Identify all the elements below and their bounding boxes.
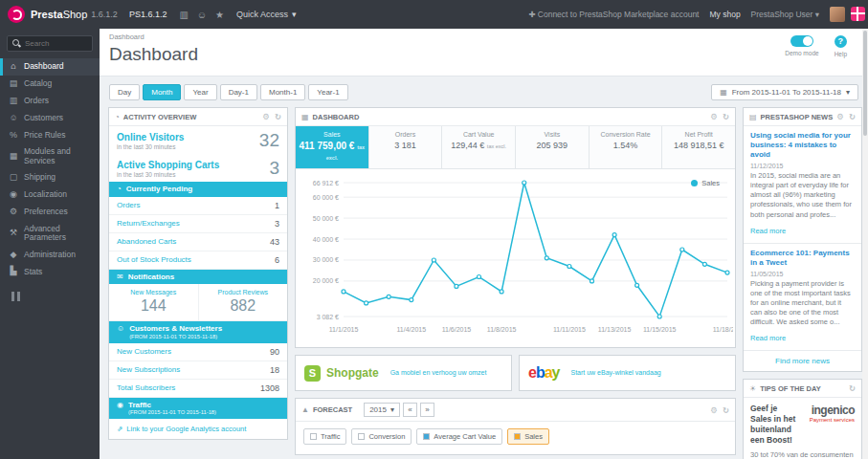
article-title[interactable]: Using social media for your business: 4 … — [750, 131, 855, 160]
brand-name[interactable]: PrestaShop — [31, 9, 87, 20]
sidebar-item-dashboard[interactable]: ⌂Dashboard — [0, 58, 100, 76]
panel-settings-icon[interactable]: ⚙ — [710, 112, 718, 121]
my-shop-link[interactable]: My shop — [709, 10, 740, 19]
forecast-metric-sales[interactable]: Sales — [507, 428, 549, 445]
svg-text:11/8/2015: 11/8/2015 — [487, 326, 517, 333]
kpi-cart-value[interactable]: Cart Value 129,44 € tax excl. — [442, 126, 516, 168]
quick-access-menu[interactable]: Quick Access ▾ — [236, 10, 297, 19]
year-select[interactable]: 2015▾ — [364, 403, 400, 417]
kpi-orders[interactable]: Orders 3 181 — [369, 126, 443, 168]
new-customers-row[interactable]: New Customers90 — [109, 343, 287, 361]
online-visitors-row[interactable]: Online Visitors in the last 30 minutes 3… — [109, 126, 287, 154]
new-messages-cell[interactable]: New Messages 144 — [109, 284, 198, 320]
avatar[interactable] — [830, 7, 845, 22]
pending-orders-row[interactable]: Orders1 — [109, 197, 287, 215]
marketplace-link[interactable]: ✚ Connect to PrestaShop Marketplace acco… — [528, 10, 699, 19]
row-label: New Customers — [117, 347, 171, 356]
metric-label: Traffic — [321, 432, 340, 441]
trophy-icon[interactable]: ★ — [215, 10, 224, 20]
panel-refresh-icon[interactable]: ↻ — [723, 405, 729, 415]
tab-year[interactable]: Year — [184, 84, 216, 100]
pending-returns-row[interactable]: Return/Exchanges3 — [109, 215, 287, 233]
search-input[interactable] — [25, 39, 87, 48]
panel-refresh-icon[interactable]: ↻ — [723, 112, 729, 121]
traffic-header: ◉ Traffic (FROM 2015-11-01 TO 2015-11-18… — [109, 398, 287, 420]
read-more-link[interactable]: Read more — [750, 227, 786, 235]
metric-colorbox — [358, 433, 365, 440]
ebay-promo-link[interactable]: Start uw eBay-winkel vandaag — [571, 369, 661, 377]
tab-month[interactable]: Month — [143, 84, 181, 100]
next-year-button[interactable]: » — [420, 403, 434, 417]
google-analytics-link[interactable]: ⇗ Link to your Google Analytics account — [109, 419, 287, 439]
module-promos: S Shopgate Ga mobiel en verhoog uw omzet… — [295, 355, 736, 391]
active-carts-row[interactable]: Active Shopping Carts in the last 30 min… — [109, 154, 287, 182]
panel-settings-icon[interactable]: ⚙ — [710, 405, 718, 415]
tab-month-1[interactable]: Month-1 — [260, 84, 305, 100]
sidebar-item-price-rules[interactable]: %Price Rules — [0, 127, 100, 144]
metric-label: Conversion — [368, 432, 405, 441]
panel-refresh-icon[interactable]: ↻ — [849, 383, 856, 393]
cell-label: New Messages — [111, 289, 196, 295]
product-reviews-cell[interactable]: Product Reviews 882 — [198, 284, 288, 320]
scrollbar-thumb[interactable] — [863, 31, 867, 136]
forecast-metric-conversion[interactable]: Conversion — [351, 428, 412, 445]
shopgate-promo-card[interactable]: S Shopgate Ga mobiel en verhoog uw omzet — [295, 355, 512, 391]
truck-icon: ▢ — [9, 173, 18, 183]
panel-refresh-icon[interactable]: ↻ — [275, 112, 281, 121]
external-link-icon: ⇗ — [117, 425, 122, 433]
sidebar-item-shipping[interactable]: ▢Shipping — [0, 169, 100, 186]
shop-badge[interactable]: PS1.6.1.2 — [129, 10, 167, 19]
tab-day[interactable]: Day — [109, 84, 140, 100]
profile-icon[interactable]: ☺ — [197, 10, 207, 20]
customers-newsletters-header: ☺ Customers & Newsletters (FROM 2015-11-… — [109, 321, 287, 343]
date-range-picker[interactable]: ▦ From 2015-11-01 To 2015-11-18 ▾ — [711, 84, 858, 100]
abandoned-carts-row[interactable]: Abandoned Carts43 — [109, 233, 287, 251]
panel-refresh-icon[interactable]: ↻ — [849, 112, 856, 121]
help-button[interactable]: ? — [835, 35, 847, 48]
sidebar-item-modules[interactable]: ▦Modules and Services — [0, 143, 100, 169]
sidebar-item-stats[interactable]: ▙Stats — [0, 263, 100, 280]
breadcrumb[interactable]: Dashboard — [109, 33, 862, 41]
find-more-news-link[interactable]: Find more news — [744, 351, 861, 371]
panel-settings-icon[interactable]: ⚙ — [836, 112, 844, 121]
sidebar-item-label: Shipping — [24, 173, 56, 182]
sidebar-search[interactable] — [7, 35, 93, 52]
out-of-stock-row[interactable]: Out of Stock Products6 — [109, 251, 287, 270]
article-date: 11/12/2015 — [750, 163, 855, 169]
kpi-sales[interactable]: Sales 411 759,00 € tax excl. — [296, 126, 369, 168]
gift-icon[interactable] — [851, 7, 865, 21]
demo-mode-toggle[interactable] — [790, 35, 813, 47]
sidebar-item-localization[interactable]: ◉Localization — [0, 186, 100, 204]
total-subscribers-row[interactable]: Total Subscribers1308 — [109, 380, 287, 398]
new-subscriptions-row[interactable]: New Subscriptions18 — [109, 361, 287, 380]
chart-legend[interactable]: Sales — [691, 179, 720, 187]
shopgate-promo-link[interactable]: Ga mobiel en verhoog uw omzet — [390, 369, 487, 377]
panel-settings-icon[interactable]: ⚙ — [262, 112, 270, 121]
year-value: 2015 — [369, 405, 387, 414]
prestashop-logo-icon[interactable] — [8, 6, 25, 23]
forecast-metric-average-cart-value[interactable]: Average Cart Value — [416, 428, 502, 445]
user-menu[interactable]: PrestaShop User ▾ — [751, 10, 819, 19]
section-title: Traffic — [128, 401, 151, 409]
sidebar-item-orders[interactable]: ▥Orders — [0, 93, 100, 110]
news-article: Using social media for your business: 4 … — [744, 126, 861, 244]
sidebar-item-preferences[interactable]: ⚙Preferences — [0, 204, 100, 221]
article-title[interactable]: Ecommerce 101: Payments in a Tweet — [750, 249, 855, 268]
cart-icon[interactable]: ▥ — [179, 10, 188, 20]
kpi-visits[interactable]: Visits 205 939 — [516, 126, 590, 168]
forecast-metric-traffic[interactable]: Traffic — [303, 428, 346, 445]
tab-year-1[interactable]: Year-1 — [308, 84, 347, 100]
kpi-conversion-rate[interactable]: Conversion Rate 1.54% — [590, 126, 663, 168]
tab-day-1[interactable]: Day-1 — [220, 84, 257, 100]
sidebar-item-customers[interactable]: ☺Customers — [0, 110, 100, 127]
sidebar-item-catalog[interactable]: ▤Catalog — [0, 76, 100, 93]
kpi-net-profit[interactable]: Net Profit 148 918,51 € — [662, 126, 735, 168]
topbar: PrestaShop 1.6.1.2 PS1.6.1.2 ▥ ☺ ★ Quick… — [0, 0, 868, 29]
sidebar-item-advanced-parameters[interactable]: ⚒Advanced Parameters — [0, 221, 100, 247]
prev-year-button[interactable]: « — [403, 403, 417, 417]
metric-label: Sales — [524, 432, 543, 441]
read-more-link[interactable]: Read more — [750, 334, 786, 342]
ebay-promo-card[interactable]: ebay Start uw eBay-winkel vandaag — [519, 355, 736, 391]
sidebar-item-administration[interactable]: ◆Administration — [0, 247, 100, 264]
collapse-sidebar-button[interactable] — [11, 292, 100, 301]
